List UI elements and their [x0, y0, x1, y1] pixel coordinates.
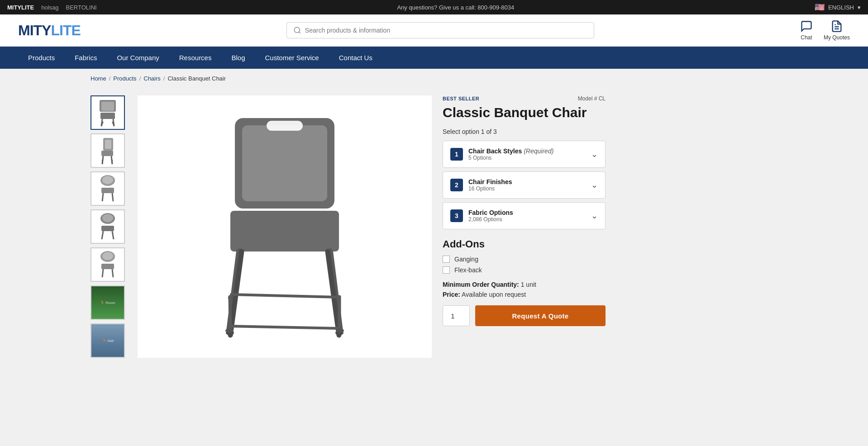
svg-line-22 [112, 193, 113, 201]
thumbnail-1[interactable] [91, 95, 125, 130]
moq-row: Minimum Order Quantity: 1 unit [443, 281, 606, 288]
breadcrumb-products[interactable]: Products [113, 75, 136, 82]
addon-ganging-label: Ganging [454, 256, 478, 263]
language-selector[interactable]: 🇺🇸 ENGLISH ▾ [815, 2, 861, 12]
svg-rect-5 [101, 102, 114, 111]
option-name-1: Chair Back Styles (Required) [468, 147, 553, 155]
nav-customer-service[interactable]: Customer Service [255, 47, 329, 69]
search-bar[interactable] [286, 22, 594, 38]
svg-line-1 [299, 32, 300, 33]
my-quotes-button[interactable]: My Quotes [824, 20, 850, 41]
price-label: Price: [443, 291, 460, 298]
logo[interactable]: MITYLITE [18, 22, 81, 39]
nav-fabrics[interactable]: Fabrics [65, 47, 107, 69]
chevron-down-icon-3: ⌄ [591, 211, 598, 221]
brand-bertolini[interactable]: BERTOLINI [66, 4, 97, 11]
thumbnail-7[interactable]: 🪑 Hall [91, 323, 125, 358]
thumb-chair-icon-3 [95, 174, 120, 203]
language-label: ENGLISH [828, 4, 854, 11]
svg-point-49 [225, 328, 234, 333]
svg-line-27 [112, 231, 114, 239]
select-option-label: Select option 1 of 3 [443, 128, 606, 135]
breadcrumb-home[interactable]: Home [91, 75, 106, 82]
addon-flexback-label: Flex-back [454, 266, 482, 274]
search-input[interactable] [305, 27, 587, 34]
thumbnail-5[interactable] [91, 247, 125, 282]
top-bar: MITYLITE holsag BERTOLINI Any questions?… [0, 0, 868, 14]
thumbnail-list: 🪑 Room 🪑 Hall [91, 95, 127, 358]
svg-line-32 [112, 269, 113, 277]
option-left-1: 1 Chair Back Styles (Required) 5 Options [450, 147, 553, 161]
nav-resources[interactable]: Resources [169, 47, 222, 69]
best-seller-badge: BEST SELLER [443, 96, 479, 101]
brand-mitylite[interactable]: MITYLITE [7, 4, 34, 11]
option-text-2: Chair Finishes 16 Options [468, 178, 512, 192]
option-left-2: 2 Chair Finishes 16 Options [450, 178, 512, 192]
breadcrumb-current: Classic Banquet Chair [167, 75, 226, 82]
option-chair-finishes[interactable]: 2 Chair Finishes 16 Options ⌄ [443, 171, 606, 199]
svg-point-19 [102, 176, 113, 184]
svg-rect-6 [100, 113, 115, 119]
breadcrumb-sep-3: / [163, 75, 165, 82]
nav-contact-us[interactable]: Contact Us [329, 47, 382, 69]
phone-banner: Any questions? Give us a call: 800-909-8… [397, 4, 514, 11]
svg-line-46 [231, 294, 338, 297]
product-title: Classic Banquet Chair [443, 104, 606, 121]
thumb-room-icon-7: 🪑 Hall [91, 324, 124, 357]
header-actions: Chat My Quotes [800, 20, 850, 41]
thumbnail-6[interactable]: 🪑 Room [91, 285, 125, 320]
addon-flexback-checkbox[interactable] [443, 266, 450, 274]
svg-rect-36 [230, 211, 339, 251]
breadcrumb-chairs[interactable]: Chairs [143, 75, 161, 82]
chat-button[interactable]: Chat [800, 20, 813, 41]
svg-point-50 [336, 328, 344, 333]
brand-switcher: MITYLITE holsag BERTOLINI [7, 4, 97, 11]
option-num-1: 1 [450, 148, 463, 161]
quotes-icon [830, 20, 843, 33]
option-fabric-options[interactable]: 3 Fabric Options 2,086 Options ⌄ [443, 202, 606, 229]
chat-label: Chat [801, 34, 812, 41]
svg-line-21 [102, 193, 103, 201]
thumb-chair-icon-4 [95, 212, 120, 241]
nav-our-company[interactable]: Our Company [107, 47, 169, 69]
chevron-down-icon-1: ⌄ [591, 149, 598, 159]
option-text-3: Fabric Options 2,086 Options [468, 209, 513, 223]
svg-rect-25 [101, 226, 114, 231]
svg-point-0 [294, 27, 300, 33]
thumb-chair-icon-5 [95, 250, 120, 279]
nav-products[interactable]: Products [18, 47, 65, 69]
option-sub-1: 5 Options [468, 155, 553, 161]
svg-rect-35 [267, 121, 303, 131]
option-name-2: Chair Finishes [468, 178, 512, 185]
breadcrumb: Home / Products / Chairs / Classic Banqu… [0, 69, 868, 88]
option-name-3: Fabric Options [468, 209, 513, 216]
addon-ganging-checkbox[interactable] [443, 256, 450, 263]
svg-rect-13 [101, 151, 113, 156]
addon-ganging-row: Ganging [443, 256, 606, 263]
breadcrumb-sep-1: / [109, 75, 111, 82]
svg-line-45 [230, 326, 339, 328]
svg-rect-34 [242, 125, 327, 201]
thumbnail-3[interactable] [91, 171, 125, 206]
chair-svg-display [138, 100, 432, 353]
request-quote-button[interactable]: Request A Quote [475, 305, 606, 326]
chevron-down-icon-2: ⌄ [591, 180, 598, 190]
svg-rect-30 [101, 264, 114, 269]
thumb-chair-icon-1 [95, 98, 120, 127]
thumb-room-icon-6: 🪑 Room [91, 286, 124, 319]
brand-holsag[interactable]: holsag [41, 4, 58, 11]
thumbnail-4[interactable] [91, 209, 125, 244]
moq-label: Minimum Order Quantity: [443, 281, 519, 288]
price-row: Price: Available upon request [443, 291, 606, 298]
quantity-input[interactable] [443, 305, 470, 326]
chevron-down-icon: ▾ [858, 4, 861, 11]
option-chair-back-styles[interactable]: 1 Chair Back Styles (Required) 5 Options… [443, 141, 606, 168]
nav-blog[interactable]: Blog [221, 47, 255, 69]
option-sub-2: 16 Options [468, 185, 512, 192]
header: MITYLITE Chat My Quotes [0, 14, 868, 47]
main-nav: Products Fabrics Our Company Resources B… [0, 47, 868, 69]
price-value-text: Available upon request [462, 291, 526, 298]
thumbnail-2[interactable] [91, 133, 125, 168]
option-num-2: 2 [450, 179, 463, 191]
option-sub-3: 2,086 Options [468, 216, 513, 223]
